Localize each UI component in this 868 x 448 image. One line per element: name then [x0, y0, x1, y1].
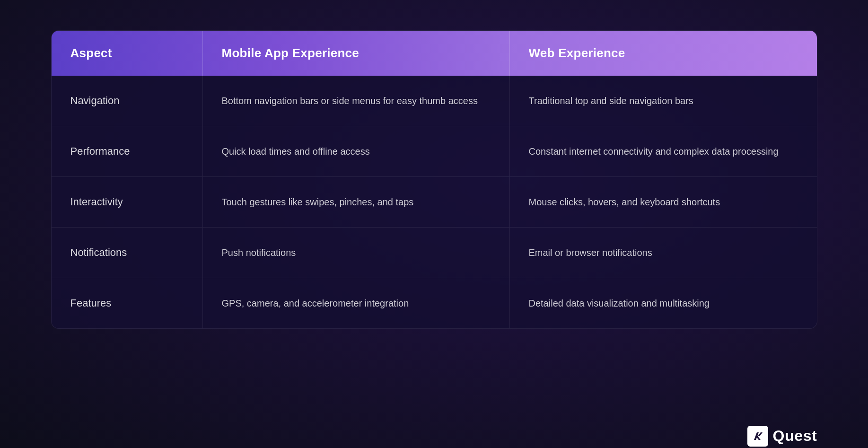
web-cell-1: Constant internet connectivity and compl… [510, 126, 817, 176]
table-row: PerformanceQuick load times and offline … [52, 126, 817, 177]
mobile-cell-2: Touch gestures like swipes, pinches, and… [203, 177, 510, 227]
web-cell-3: Email or browser notifications [510, 228, 817, 278]
table-header: Aspect Mobile App Experience Web Experie… [52, 31, 817, 76]
quest-label: Quest [773, 427, 817, 445]
mobile-cell-0: Bottom navigation bars or side menus for… [203, 76, 510, 126]
table-body: NavigationBottom navigation bars or side… [52, 76, 817, 328]
aspect-cell-1: Performance [52, 126, 203, 176]
quest-icon [747, 426, 768, 447]
aspect-cell-2: Interactivity [52, 177, 203, 227]
mobile-cell-1: Quick load times and offline access [203, 126, 510, 176]
aspect-cell-0: Navigation [52, 76, 203, 126]
aspect-cell-4: Features [52, 278, 203, 328]
mobile-cell-4: GPS, camera, and accelerometer integrati… [203, 278, 510, 328]
mobile-cell-3: Push notifications [203, 228, 510, 278]
page-container: Aspect Mobile App Experience Web Experie… [51, 30, 817, 418]
quest-logo: Quest [747, 426, 817, 447]
comparison-table: Aspect Mobile App Experience Web Experie… [51, 30, 817, 329]
web-cell-2: Mouse clicks, hovers, and keyboard short… [510, 177, 817, 227]
header-aspect: Aspect [52, 31, 203, 76]
table-row: InteractivityTouch gestures like swipes,… [52, 177, 817, 228]
header-mobile: Mobile App Experience [203, 31, 510, 76]
web-cell-4: Detailed data visualization and multitas… [510, 278, 817, 328]
aspect-cell-3: Notifications [52, 228, 203, 278]
header-web: Web Experience [510, 31, 817, 76]
table-row: FeaturesGPS, camera, and accelerometer i… [52, 278, 817, 328]
table-row: NotificationsPush notificationsEmail or … [52, 228, 817, 278]
table-row: NavigationBottom navigation bars or side… [52, 76, 817, 126]
web-cell-0: Traditional top and side navigation bars [510, 76, 817, 126]
